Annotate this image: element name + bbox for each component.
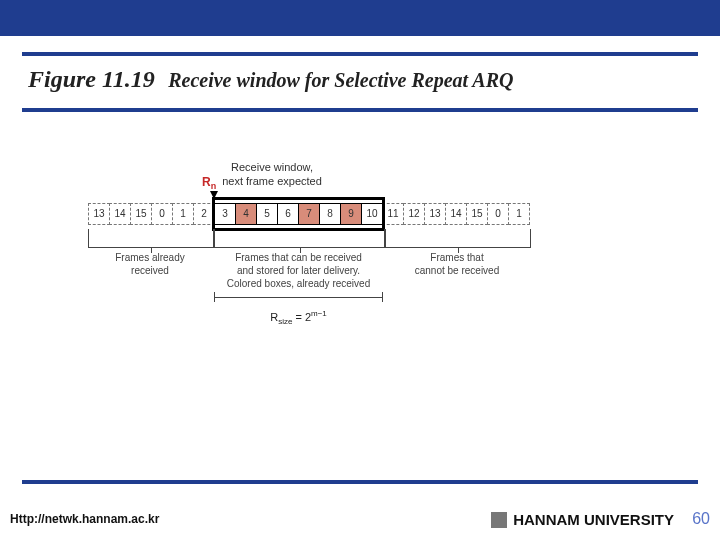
caption-left: Frames already received (95, 251, 205, 277)
sequence-cell: 15 (130, 203, 152, 225)
caption-right: Frames that cannot be received (397, 251, 517, 277)
sequence-cell: 14 (445, 203, 467, 225)
sequence-cell: 10 (361, 203, 383, 225)
bracket-middle (214, 229, 385, 248)
sequence-cell: 13 (424, 203, 446, 225)
caption-mid-l1: Frames that can be received (235, 252, 362, 263)
window-size-formula: Rsize = 2m−1 (259, 309, 339, 326)
sequence-cell: 12 (403, 203, 425, 225)
footer-url: Http://netwk.hannam.ac.kr (10, 512, 159, 526)
rsize-eq: = 2 (292, 311, 311, 323)
window-size-range (214, 297, 383, 298)
slide: Figure 11.19 Receive window for Selectiv… (0, 0, 720, 540)
sequence-strip: 131415012345678910111213141501 (88, 203, 529, 225)
rn-caption-line2: next frame expected (222, 175, 322, 187)
rsize-sup: m−1 (311, 309, 327, 318)
sequence-cell: 8 (319, 203, 341, 225)
bracket-left (88, 229, 214, 248)
university-name: HANNAM UNIVERSITY (513, 511, 674, 528)
rn-caption: Receive window, next frame expected (212, 161, 332, 189)
sequence-cell: 13 (88, 203, 110, 225)
footer-rule (22, 480, 698, 484)
figure-title-row: Figure 11.19 Receive window for Selectiv… (28, 66, 514, 93)
sequence-cell: 4 (235, 203, 257, 225)
footer: Http://netwk.hannam.ac.kr HANNAM UNIVERS… (0, 492, 720, 540)
caption-mid-l3: Colored boxes, already received (227, 278, 370, 289)
caption-middle: Frames that can be received and stored f… (214, 251, 384, 290)
sequence-cell: 5 (256, 203, 278, 225)
rn-caption-line1: Receive window, (231, 161, 313, 173)
title-rule-upper (22, 52, 698, 56)
rsize-sub: size (278, 317, 292, 326)
sequence-cell: 6 (277, 203, 299, 225)
sequence-cell: 0 (151, 203, 173, 225)
sequence-cell: 1 (508, 203, 530, 225)
title-rule-lower (22, 108, 698, 112)
sequence-cell: 11 (382, 203, 404, 225)
bracket-right (385, 229, 531, 248)
top-color-bar (0, 0, 720, 36)
sequence-cell: 3 (214, 203, 236, 225)
rn-symbol: R (202, 175, 211, 189)
sequence-cell: 1 (172, 203, 194, 225)
caption-left-l2: received (131, 265, 169, 276)
caption-right-l2: cannot be received (415, 265, 500, 276)
caption-right-l1: Frames that (430, 252, 483, 263)
caption-left-l1: Frames already (115, 252, 184, 263)
sequence-cell: 0 (487, 203, 509, 225)
rn-arrow-icon (210, 191, 218, 199)
sequence-cell: 2 (193, 203, 215, 225)
sequence-cell: 9 (340, 203, 362, 225)
page-number: 60 (692, 510, 710, 528)
sequence-cell: 7 (298, 203, 320, 225)
figure-description: Receive window for Selective Repeat ARQ (168, 69, 513, 91)
university-logo-icon (491, 512, 507, 528)
caption-mid-l2: and stored for later delivery. (237, 265, 360, 276)
figure-label: Figure 11.19 (28, 66, 155, 92)
sequence-cell: 15 (466, 203, 488, 225)
sequence-cell: 14 (109, 203, 131, 225)
rsize-symbol: R (270, 311, 278, 323)
footer-university: HANNAM UNIVERSITY (491, 511, 674, 528)
